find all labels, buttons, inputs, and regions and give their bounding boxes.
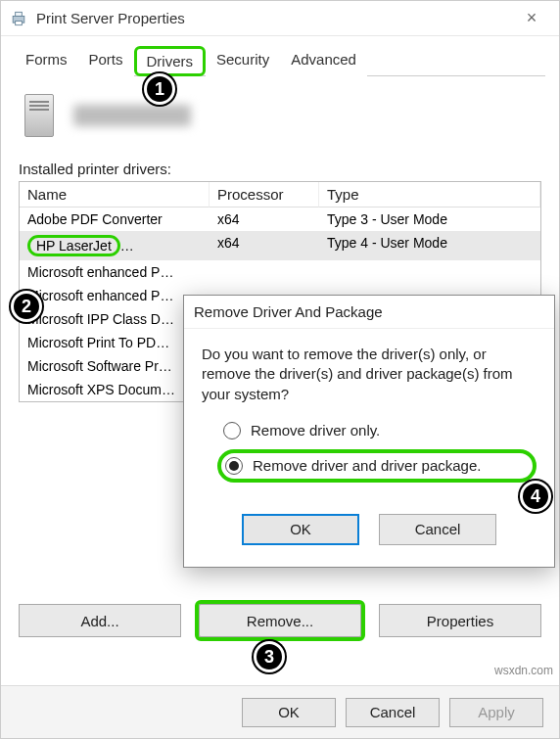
- callout-2: 2: [11, 291, 42, 322]
- properties-button[interactable]: Properties: [379, 604, 541, 637]
- table-row[interactable]: HP LaserJetx64Type 4 - User Mode: [20, 231, 540, 260]
- callout-1: 1: [144, 73, 175, 105]
- print-server-properties-window: Print Server Properties × Forms Ports Dr…: [0, 0, 560, 739]
- dialog-message: Do you want to remove the driver(s) only…: [202, 345, 537, 404]
- server-header: [19, 86, 541, 155]
- server-icon: [24, 94, 54, 137]
- svg-rect-2: [16, 21, 23, 24]
- table-row[interactable]: Microsoft enhanced P…: [20, 260, 540, 284]
- tab-strip: Forms Ports Drivers Security Advanced: [1, 36, 559, 76]
- cell-processor: x64: [210, 208, 319, 231]
- dialog-buttons: OK Cancel: [184, 500, 554, 567]
- titlebar: Print Server Properties ×: [1, 1, 559, 36]
- remove-driver-dialog: Remove Driver And Package Do you want to…: [183, 295, 555, 568]
- dialog-ok-button[interactable]: OK: [242, 514, 359, 545]
- radio-remove-driver-only[interactable]: Remove driver only.: [223, 422, 537, 439]
- window-title: Print Server Properties: [36, 10, 512, 26]
- cell-type: [319, 260, 540, 284]
- cell-name: Adobe PDF Converter: [20, 208, 210, 231]
- svg-rect-1: [16, 12, 23, 16]
- cell-name: Microsoft enhanced P…: [20, 284, 210, 307]
- cell-type: Type 3 - User Mode: [319, 208, 540, 231]
- tab-drivers[interactable]: Drivers: [134, 46, 207, 76]
- cell-name: Microsoft Print To PD…: [20, 331, 210, 354]
- dialog-body: Do you want to remove the driver(s) only…: [184, 329, 554, 500]
- table-header: Name Processor Type: [20, 182, 540, 208]
- cell-processor: [210, 260, 319, 284]
- col-processor[interactable]: Processor: [210, 182, 319, 208]
- radio-icon: [225, 457, 243, 475]
- radio-label: Remove driver and driver package.: [253, 457, 481, 474]
- col-type[interactable]: Type: [319, 182, 540, 208]
- server-name-redacted: [73, 105, 191, 126]
- printer-icon: [9, 9, 28, 28]
- dialog-bottom-bar: OK Cancel Apply: [1, 685, 559, 738]
- ok-button[interactable]: OK: [242, 698, 336, 727]
- radio-remove-driver-and-package[interactable]: Remove driver and driver package.: [217, 449, 537, 483]
- callout-4: 4: [520, 481, 551, 512]
- dialog-cancel-button[interactable]: Cancel: [379, 514, 496, 545]
- driver-action-buttons: Add... Remove... Properties: [19, 604, 541, 637]
- tab-advanced[interactable]: Advanced: [280, 46, 367, 76]
- tab-security[interactable]: Security: [206, 46, 280, 76]
- radio-label: Remove driver only.: [251, 422, 380, 439]
- cell-name: Microsoft XPS Docum…: [20, 378, 210, 401]
- cell-name: HP LaserJet: [20, 231, 210, 260]
- watermark: wsxdn.com: [494, 664, 553, 677]
- cell-processor: x64: [210, 231, 319, 260]
- cell-name: Microsoft enhanced P…: [20, 260, 210, 284]
- tab-forms[interactable]: Forms: [15, 46, 78, 76]
- tab-ports[interactable]: Ports: [78, 46, 134, 76]
- callout-3: 3: [254, 641, 285, 672]
- add-button[interactable]: Add...: [19, 604, 181, 637]
- close-icon[interactable]: ×: [512, 8, 551, 28]
- cell-type: Type 4 - User Mode: [319, 231, 540, 260]
- cell-name: Microsoft IPP Class D…: [20, 307, 210, 331]
- table-row[interactable]: Adobe PDF Converterx64Type 3 - User Mode: [20, 208, 540, 231]
- dialog-title: Remove Driver And Package: [184, 296, 554, 329]
- apply-button[interactable]: Apply: [449, 698, 543, 727]
- cell-name: Microsoft Software Pr…: [20, 354, 210, 378]
- cancel-button[interactable]: Cancel: [346, 698, 440, 727]
- col-name[interactable]: Name: [20, 182, 210, 208]
- remove-button[interactable]: Remove...: [199, 604, 361, 637]
- installed-drivers-label: Installed printer drivers:: [19, 161, 541, 177]
- radio-icon: [223, 422, 241, 439]
